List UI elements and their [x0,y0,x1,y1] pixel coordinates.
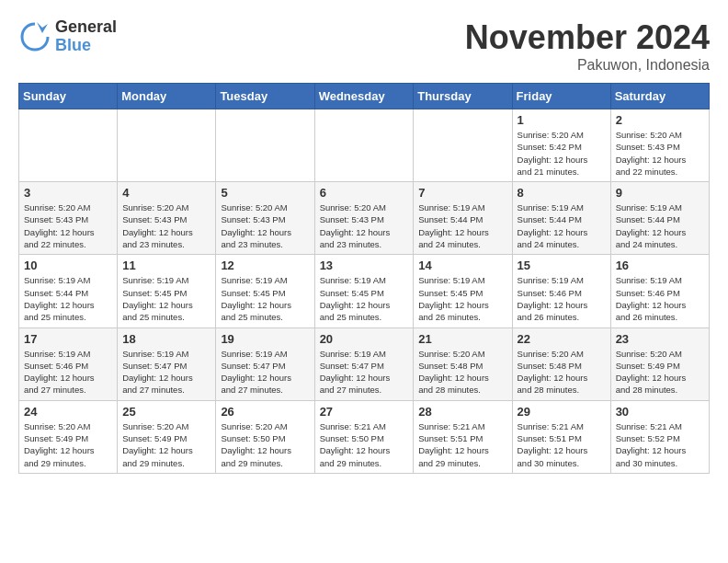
day-info: Sunrise: 5:20 AM Sunset: 5:43 PM Dayligh… [221,201,309,250]
day-number: 30 [616,405,704,419]
calendar-cell [118,109,216,182]
day-number: 8 [518,186,606,200]
day-number: 20 [320,332,409,346]
day-info: Sunrise: 5:19 AM Sunset: 5:46 PM Dayligh… [518,274,606,323]
calendar-week-row: 3Sunrise: 5:20 AM Sunset: 5:43 PM Daylig… [19,182,710,255]
calendar-cell: 9Sunrise: 5:19 AM Sunset: 5:44 PM Daylig… [610,182,709,255]
weekday-header: Friday [512,84,610,109]
calendar-week-row: 17Sunrise: 5:19 AM Sunset: 5:46 PM Dayli… [19,327,710,400]
calendar-cell: 1Sunrise: 5:20 AM Sunset: 5:42 PM Daylig… [512,109,610,182]
day-number: 19 [221,332,309,346]
calendar-cell: 12Sunrise: 5:19 AM Sunset: 5:45 PM Dayli… [216,255,314,327]
day-info: Sunrise: 5:19 AM Sunset: 5:47 PM Dayligh… [221,348,309,396]
logo-line2: Blue [55,37,117,55]
day-number: 21 [418,332,506,346]
weekday-header: Saturday [610,84,709,109]
day-number: 18 [122,332,210,346]
day-number: 4 [122,186,210,200]
logo: General Blue [18,18,117,55]
day-info: Sunrise: 5:19 AM Sunset: 5:45 PM Dayligh… [320,274,409,323]
calendar-cell: 25Sunrise: 5:20 AM Sunset: 5:49 PM Dayli… [118,400,216,473]
calendar-week-row: 1Sunrise: 5:20 AM Sunset: 5:42 PM Daylig… [19,109,710,182]
calendar-cell: 28Sunrise: 5:21 AM Sunset: 5:51 PM Dayli… [414,400,512,473]
calendar-cell: 5Sunrise: 5:20 AM Sunset: 5:43 PM Daylig… [216,182,314,255]
month-title: November 2024 [465,18,710,57]
day-number: 2 [616,113,704,127]
calendar-week-row: 24Sunrise: 5:20 AM Sunset: 5:49 PM Dayli… [19,400,710,473]
calendar: SundayMondayTuesdayWednesdayThursdayFrid… [18,83,710,474]
day-info: Sunrise: 5:19 AM Sunset: 5:47 PM Dayligh… [122,348,210,396]
day-number: 15 [518,259,606,272]
day-info: Sunrise: 5:21 AM Sunset: 5:50 PM Dayligh… [320,420,409,469]
calendar-cell: 26Sunrise: 5:20 AM Sunset: 5:50 PM Dayli… [216,400,314,473]
calendar-cell [19,109,118,182]
day-number: 1 [518,113,606,127]
day-info: Sunrise: 5:19 AM Sunset: 5:47 PM Dayligh… [320,348,409,396]
calendar-cell: 4Sunrise: 5:20 AM Sunset: 5:43 PM Daylig… [118,182,216,255]
day-info: Sunrise: 5:19 AM Sunset: 5:46 PM Dayligh… [616,274,704,323]
calendar-cell: 21Sunrise: 5:20 AM Sunset: 5:48 PM Dayli… [414,327,512,400]
calendar-cell: 24Sunrise: 5:20 AM Sunset: 5:49 PM Dayli… [19,400,118,473]
day-info: Sunrise: 5:20 AM Sunset: 5:49 PM Dayligh… [122,420,210,469]
day-number: 5 [221,186,309,200]
day-info: Sunrise: 5:20 AM Sunset: 5:48 PM Dayligh… [418,348,506,396]
day-info: Sunrise: 5:20 AM Sunset: 5:50 PM Dayligh… [221,420,309,469]
calendar-cell: 14Sunrise: 5:19 AM Sunset: 5:45 PM Dayli… [414,255,512,327]
day-info: Sunrise: 5:20 AM Sunset: 5:43 PM Dayligh… [320,201,409,250]
logo-line1: General [55,18,117,37]
calendar-cell: 19Sunrise: 5:19 AM Sunset: 5:47 PM Dayli… [216,327,314,400]
day-number: 25 [122,405,210,419]
calendar-cell: 16Sunrise: 5:19 AM Sunset: 5:46 PM Dayli… [610,255,709,327]
day-info: Sunrise: 5:19 AM Sunset: 5:44 PM Dayligh… [518,201,606,250]
day-number: 23 [616,332,704,346]
calendar-cell: 18Sunrise: 5:19 AM Sunset: 5:47 PM Dayli… [118,327,216,400]
day-number: 11 [122,259,210,272]
calendar-cell: 17Sunrise: 5:19 AM Sunset: 5:46 PM Dayli… [19,327,118,400]
day-info: Sunrise: 5:19 AM Sunset: 5:45 PM Dayligh… [221,274,309,323]
day-number: 9 [616,186,704,200]
logo-icon [18,20,51,53]
page-header: General Blue November 2024 Pakuwon, Indo… [18,18,710,74]
day-number: 12 [221,259,309,272]
calendar-cell: 29Sunrise: 5:21 AM Sunset: 5:51 PM Dayli… [512,400,610,473]
day-number: 17 [24,332,112,346]
day-number: 24 [24,405,112,419]
weekday-header: Tuesday [216,84,314,109]
day-info: Sunrise: 5:20 AM Sunset: 5:43 PM Dayligh… [24,201,112,250]
calendar-cell: 6Sunrise: 5:20 AM Sunset: 5:43 PM Daylig… [314,182,414,255]
day-info: Sunrise: 5:19 AM Sunset: 5:45 PM Dayligh… [122,274,210,323]
day-number: 6 [320,186,409,200]
logo-text: General Blue [55,18,117,55]
day-info: Sunrise: 5:20 AM Sunset: 5:49 PM Dayligh… [24,420,112,469]
calendar-cell: 2Sunrise: 5:20 AM Sunset: 5:43 PM Daylig… [610,109,709,182]
day-number: 14 [418,259,506,272]
calendar-cell: 22Sunrise: 5:20 AM Sunset: 5:48 PM Dayli… [512,327,610,400]
day-number: 13 [320,259,409,272]
day-info: Sunrise: 5:19 AM Sunset: 5:46 PM Dayligh… [24,348,112,396]
location: Pakuwon, Indonesia [465,57,710,74]
calendar-cell [314,109,414,182]
calendar-cell: 27Sunrise: 5:21 AM Sunset: 5:50 PM Dayli… [314,400,414,473]
calendar-cell: 30Sunrise: 5:21 AM Sunset: 5:52 PM Dayli… [610,400,709,473]
day-info: Sunrise: 5:20 AM Sunset: 5:42 PM Dayligh… [518,129,606,178]
day-info: Sunrise: 5:20 AM Sunset: 5:48 PM Dayligh… [518,348,606,396]
weekday-header: Sunday [19,84,118,109]
calendar-cell: 3Sunrise: 5:20 AM Sunset: 5:43 PM Daylig… [19,182,118,255]
day-info: Sunrise: 5:20 AM Sunset: 5:43 PM Dayligh… [616,129,704,178]
calendar-cell: 23Sunrise: 5:20 AM Sunset: 5:49 PM Dayli… [610,327,709,400]
day-info: Sunrise: 5:19 AM Sunset: 5:44 PM Dayligh… [616,201,704,250]
day-number: 28 [418,405,506,419]
day-number: 27 [320,405,409,419]
calendar-week-row: 10Sunrise: 5:19 AM Sunset: 5:44 PM Dayli… [19,255,710,327]
day-number: 10 [24,259,112,272]
day-info: Sunrise: 5:19 AM Sunset: 5:44 PM Dayligh… [24,274,112,323]
day-number: 16 [616,259,704,272]
calendar-cell [216,109,314,182]
calendar-cell: 8Sunrise: 5:19 AM Sunset: 5:44 PM Daylig… [512,182,610,255]
day-info: Sunrise: 5:19 AM Sunset: 5:44 PM Dayligh… [418,201,506,250]
day-info: Sunrise: 5:19 AM Sunset: 5:45 PM Dayligh… [418,274,506,323]
day-info: Sunrise: 5:21 AM Sunset: 5:52 PM Dayligh… [616,420,704,469]
day-info: Sunrise: 5:20 AM Sunset: 5:43 PM Dayligh… [122,201,210,250]
weekday-header: Thursday [414,84,512,109]
day-number: 26 [221,405,309,419]
